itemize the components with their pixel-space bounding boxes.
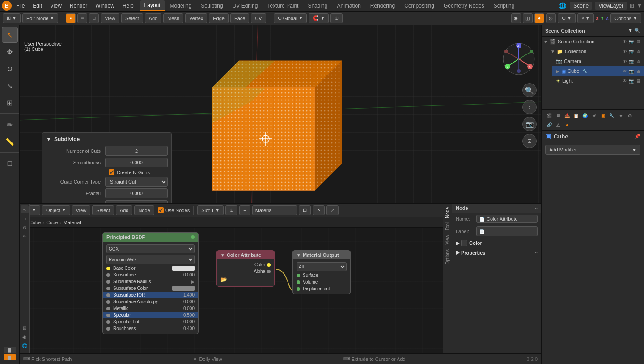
mesh-menu-btn[interactable]: Mesh bbox=[163, 13, 183, 23]
add-menu-btn[interactable]: Add bbox=[145, 13, 162, 23]
edge-menu-btn[interactable]: Edge bbox=[209, 13, 229, 23]
breadcrumb-material[interactable]: Material bbox=[64, 220, 81, 225]
header-icon-vertex[interactable]: ▪ bbox=[66, 13, 76, 23]
camera-eye-icon[interactable]: 👁 bbox=[623, 59, 627, 64]
transform-tool[interactable]: ⊞ bbox=[2, 95, 18, 111]
menu-window[interactable]: Window bbox=[92, 2, 118, 10]
snap-btn[interactable]: 🧲 ▼ bbox=[309, 13, 329, 23]
outliner-filter-icon[interactable]: ▼ bbox=[628, 28, 633, 33]
node-left-icon-2[interactable]: ◉ bbox=[21, 333, 29, 341]
scene-field[interactable]: Scene bbox=[570, 2, 592, 10]
bsdf-distrib-select[interactable]: GGX bbox=[106, 244, 195, 253]
tab-compositing[interactable]: Compositing bbox=[400, 0, 439, 11]
header-icon-face[interactable]: □ bbox=[89, 13, 99, 23]
tab-geometry-nodes[interactable]: Geometry Nodes bbox=[439, 0, 489, 11]
outliner-camera[interactable]: 📷 Camera 👁 📷 🖥 bbox=[552, 56, 644, 66]
viewport-overlay-btn[interactable]: ⊕▼ bbox=[558, 13, 576, 23]
quad-corner-select[interactable]: Straight Cut Fan Innervert Path bbox=[105, 177, 168, 187]
node-add-btn[interactable]: Add bbox=[116, 205, 133, 215]
along-normal-input[interactable] bbox=[105, 200, 168, 203]
uv-menu-btn[interactable]: UV bbox=[251, 13, 266, 23]
viewlayer-field[interactable]: ViewLayer bbox=[595, 2, 627, 10]
light-render-icon[interactable]: 🖥 bbox=[636, 79, 640, 84]
tab-shading[interactable]: Shading bbox=[303, 0, 332, 11]
scene-cam-icon[interactable]: 📷 bbox=[629, 39, 634, 44]
header-icon-edge[interactable]: ━ bbox=[77, 13, 87, 23]
vertex-menu-btn[interactable]: Vertex bbox=[185, 13, 207, 23]
subsurface-color-swatch[interactable] bbox=[172, 286, 195, 291]
menu-edit[interactable]: Edit bbox=[29, 2, 46, 10]
ngons-checkbox[interactable] bbox=[109, 169, 114, 175]
rnp-props-menu[interactable]: ⋯ bbox=[533, 250, 538, 255]
prop-icon-output[interactable]: 📤 bbox=[563, 112, 571, 120]
annotate-tool[interactable]: ✏ bbox=[2, 117, 18, 133]
side-tab-options[interactable]: Options bbox=[444, 247, 451, 266]
side-tab-tool[interactable]: Tool bbox=[444, 221, 451, 232]
node-tool-annotate[interactable]: ✏ bbox=[21, 232, 29, 240]
tab-scripting[interactable]: Scripting bbox=[489, 0, 519, 11]
cube-render-icon[interactable]: 🖥 bbox=[636, 69, 640, 74]
material-delete-btn[interactable]: ✕ bbox=[313, 205, 325, 215]
base-color-swatch[interactable] bbox=[172, 266, 195, 271]
node-node-btn[interactable]: Node bbox=[134, 205, 154, 215]
collection-render-icon[interactable]: 🖥 bbox=[636, 49, 640, 54]
rnp-props-arrow[interactable]: ▶ bbox=[456, 250, 459, 255]
camera-btn[interactable]: 📷 bbox=[522, 117, 537, 131]
globe-icon[interactable]: 🌐 bbox=[557, 1, 567, 11]
mat-output-target-select[interactable]: All bbox=[297, 262, 347, 271]
add-modifier-button[interactable]: Add Modifier ▼ bbox=[545, 145, 640, 155]
collapse-arrow[interactable]: ▼ bbox=[46, 136, 51, 142]
face-menu-btn[interactable]: Face bbox=[230, 13, 249, 23]
menu-file[interactable]: File bbox=[13, 2, 28, 10]
prop-icon-world[interactable]: ☀ bbox=[590, 112, 598, 120]
slot-selector[interactable]: Slot 1▼ bbox=[197, 205, 224, 215]
prop-icon-particles[interactable]: ✦ bbox=[617, 112, 625, 120]
view-menu-btn[interactable]: View bbox=[101, 13, 119, 23]
scene-render-icon[interactable]: 🖥 bbox=[636, 39, 640, 44]
camera-cam-icon[interactable]: 📷 bbox=[629, 59, 634, 64]
viewport-shading-4[interactable]: ◎ bbox=[546, 13, 556, 23]
side-tab-node[interactable]: Node bbox=[444, 205, 451, 220]
light-eye-icon[interactable]: 👁 bbox=[623, 79, 627, 84]
node-left-icon-3[interactable]: 🌐 bbox=[21, 342, 29, 350]
rnp-properties-section[interactable]: ▶ Properties ⋯ bbox=[452, 248, 541, 257]
collection-eye-icon[interactable]: 👁 bbox=[623, 49, 627, 54]
viewport-shading-3[interactable]: ● bbox=[534, 13, 544, 23]
prop-icon-scene2[interactable]: 🌍 bbox=[581, 112, 589, 120]
camera-render-icon[interactable]: 🖥 bbox=[636, 59, 640, 64]
material-new-btn-2[interactable]: + bbox=[239, 205, 250, 215]
outliner-collection[interactable]: ▼ 📁 Collection 👁 📷 🖥 bbox=[547, 46, 644, 56]
color-attr-collapse[interactable]: ▼ bbox=[220, 253, 225, 258]
cube-eye-icon[interactable]: 👁 bbox=[623, 69, 627, 74]
prop-icon-material[interactable]: ● bbox=[563, 121, 571, 129]
viewport-area[interactable]: User Perspective (1) Cube Z X Y bbox=[20, 25, 541, 203]
prop-icon-constraints[interactable]: 🔗 bbox=[545, 121, 553, 129]
tab-uv-editing[interactable]: UV Editing bbox=[228, 0, 263, 11]
prop-icon-scene[interactable]: 🎬 bbox=[545, 112, 553, 120]
color-attr-browse-icon[interactable]: 📂 bbox=[220, 276, 227, 283]
use-nodes-checkbox[interactable] bbox=[158, 207, 164, 213]
options-btn[interactable]: Options ▼ bbox=[610, 13, 641, 23]
cursor-tool[interactable]: ↖ bbox=[2, 27, 18, 43]
outliner-cube[interactable]: ▶ ▣ Cube 🔧 👁 📷 🖥 bbox=[552, 66, 644, 76]
axis-navigation-widget[interactable]: Z X Y bbox=[501, 41, 537, 78]
principled-bsdf-node[interactable]: Principled BSDF GGX Random Walk Ba bbox=[102, 232, 199, 334]
scene-eye-icon[interactable]: 👁 bbox=[623, 39, 627, 44]
scale-tool[interactable]: ⤡ bbox=[2, 78, 18, 94]
node-select-btn[interactable]: Select bbox=[92, 205, 114, 215]
mode-selector[interactable]: Edit Mode ▼ bbox=[22, 13, 58, 23]
color-attribute-node[interactable]: ▼ Color Attribute Color Alpha 📂 bbox=[216, 250, 275, 287]
menu-help[interactable]: Help bbox=[119, 2, 137, 10]
material-name-input[interactable] bbox=[252, 205, 297, 215]
tab-layout[interactable]: Layout bbox=[140, 0, 165, 11]
prop-icon-render[interactable]: 🖥 bbox=[554, 112, 562, 120]
fractal-input[interactable] bbox=[105, 188, 168, 198]
select-menu-btn[interactable]: Select bbox=[121, 13, 143, 23]
menu-view[interactable]: View bbox=[47, 2, 65, 10]
side-tab-view[interactable]: View bbox=[444, 233, 451, 247]
smoothness-input[interactable] bbox=[105, 158, 168, 167]
menu-render[interactable]: Render bbox=[66, 2, 91, 10]
node-view-btn[interactable]: View bbox=[72, 205, 91, 215]
collection-cam-icon[interactable]: 📷 bbox=[629, 49, 634, 54]
node-tool-select[interactable]: ↖ bbox=[21, 205, 29, 213]
